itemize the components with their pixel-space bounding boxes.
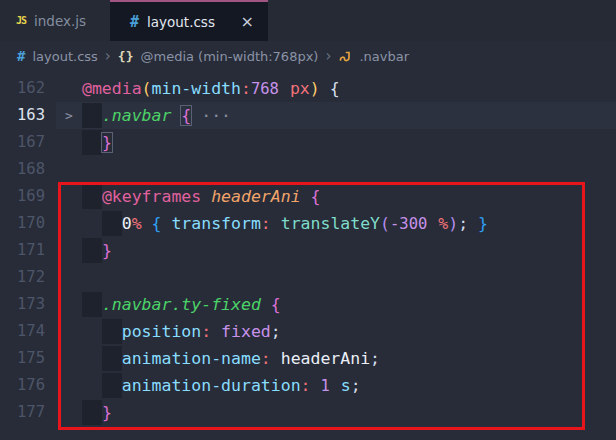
fold-gutter — [56, 237, 82, 264]
tab-index-js[interactable]: JS index.js — [0, 0, 110, 41]
line-number: 172 — [0, 264, 56, 291]
fold-gutter — [56, 129, 82, 156]
code-token: } — [102, 133, 112, 152]
code-token: @keyframes — [102, 187, 201, 206]
fold-gutter — [56, 291, 82, 318]
line-number: 168 — [0, 156, 56, 183]
code-line[interactable]: 172 — [0, 264, 616, 291]
code-token: fixed — [221, 322, 271, 341]
namespace-icon: {} — [118, 49, 134, 64]
code-token: ) — [448, 214, 458, 233]
code-token — [201, 187, 211, 206]
code-token: : — [261, 349, 271, 368]
code-token: } — [478, 214, 488, 233]
code-token: transform — [171, 214, 260, 233]
code-token: animation-name — [122, 349, 261, 368]
line-number: 169 — [0, 183, 56, 210]
breadcrumb-item-media[interactable]: @media (min-width:768px) — [140, 49, 318, 64]
code-token: animation-duration — [122, 376, 301, 395]
code-token: { — [152, 214, 162, 233]
code-token: ( — [142, 79, 152, 98]
code-token: 1 — [320, 377, 340, 395]
code-token: { — [311, 187, 321, 206]
code-token — [82, 187, 102, 206]
code-token: ; — [351, 376, 361, 395]
code-token: 768 — [251, 80, 290, 98]
code-token: { — [271, 295, 281, 314]
code-lines: 162@media(min-width:768px) {163> .navbar… — [0, 75, 616, 426]
code-token — [82, 349, 122, 368]
tab-label: index.js — [34, 13, 86, 29]
code-line[interactable]: 169 @keyframes headerAni { — [0, 183, 616, 210]
code-token — [261, 295, 271, 314]
breadcrumb: # layout.css › {} @media (min-width:768p… — [0, 41, 616, 71]
code-line[interactable]: 162@media(min-width:768px) { — [0, 75, 616, 102]
code-token — [468, 214, 478, 233]
code-token — [82, 295, 102, 314]
fold-gutter — [56, 75, 82, 102]
line-number: 162 — [0, 75, 56, 102]
breadcrumb-separator: › — [325, 47, 331, 65]
fold-gutter — [56, 264, 82, 291]
code-line[interactable]: 171 } — [0, 237, 616, 264]
fold-gutter — [56, 156, 82, 183]
code-token — [162, 214, 172, 233]
code-token: } — [102, 241, 112, 260]
code-token: ··· — [201, 106, 231, 125]
code-token: px — [290, 79, 310, 98]
code-token: headerAni — [211, 187, 300, 206]
code-editor[interactable]: 162@media(min-width:768px) {163> .navbar… — [0, 71, 616, 440]
code-token: min-width — [152, 79, 241, 98]
code-line[interactable]: 167 } — [0, 129, 616, 156]
code-token — [211, 322, 221, 341]
code-token — [171, 106, 181, 125]
code-token: { — [330, 79, 340, 98]
breadcrumb-item-navbar[interactable]: .navbar — [359, 49, 409, 64]
line-number: 175 — [0, 345, 56, 372]
code-line[interactable]: 173 .navbar.ty-fixed { — [0, 291, 616, 318]
code-token: translateY — [281, 214, 380, 233]
class-symbol-icon — [338, 49, 352, 63]
code-line[interactable]: 163> .navbar { ··· — [0, 102, 616, 129]
fold-gutter — [56, 345, 82, 372]
code-token — [142, 214, 152, 233]
code-token: ; — [458, 214, 468, 233]
code-line[interactable]: 176 animation-duration: 1s; — [0, 372, 616, 399]
code-line[interactable]: 168 — [0, 156, 616, 183]
fold-gutter — [56, 183, 82, 210]
line-number: 174 — [0, 318, 56, 345]
fold-gutter — [56, 210, 82, 237]
code-token — [82, 241, 102, 260]
code-token: { — [181, 106, 191, 125]
code-token: @media — [82, 79, 142, 98]
code-token — [82, 376, 122, 395]
code-token — [82, 322, 122, 341]
code-token: ( — [380, 214, 390, 233]
code-line[interactable]: 177 } — [0, 399, 616, 426]
breadcrumb-item-file[interactable]: layout.css — [32, 49, 97, 64]
tab-label: layout.css — [147, 14, 215, 30]
code-token: .navbar — [102, 106, 172, 125]
code-token: -300 — [390, 215, 438, 233]
tab-bar: JS index.js # layout.css × — [0, 0, 616, 41]
code-line[interactable]: 170 0% { transform: translateY(-300%); } — [0, 210, 616, 237]
tab-layout-css[interactable]: # layout.css × — [110, 0, 268, 41]
code-token: : — [301, 376, 311, 395]
fold-chevron-icon[interactable]: > — [56, 102, 82, 129]
line-number: 177 — [0, 399, 56, 426]
breadcrumb-separator: › — [105, 47, 111, 65]
code-token — [191, 106, 201, 125]
code-line[interactable]: 175 animation-name: headerAni; — [0, 345, 616, 372]
code-token — [271, 349, 281, 368]
code-token: : — [241, 79, 251, 98]
code-line[interactable]: 174 position: fixed; — [0, 318, 616, 345]
code-token: ; — [271, 322, 281, 341]
code-token — [82, 133, 102, 152]
close-icon[interactable]: × — [241, 12, 254, 31]
code-token: % — [438, 214, 448, 233]
code-token: % — [132, 214, 142, 233]
line-number: 176 — [0, 372, 56, 399]
code-token: ; — [370, 349, 380, 368]
css-file-icon: # — [130, 13, 139, 31]
code-token: position — [122, 322, 201, 341]
